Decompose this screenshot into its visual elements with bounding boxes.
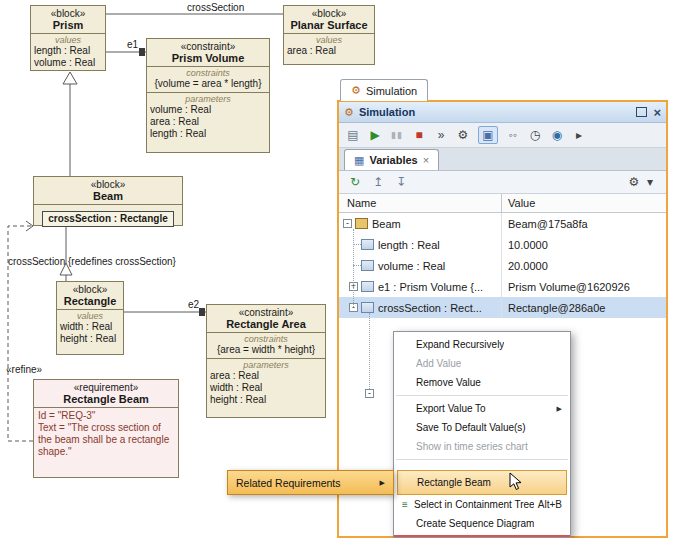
variables-toolbar: ↻ ↥ ↧ ⚙ ▾: [339, 171, 666, 194]
tree-connector-line: [353, 229, 354, 307]
rectangle-area-stereotype: «constraint»: [209, 307, 323, 318]
menu-shortcut: Alt+B: [534, 499, 562, 510]
simulation-titlebar: ⚙ Simulation ×: [339, 102, 666, 123]
table-row-e1[interactable]: + e1 : Prism Volume {... Prism Volume@16…: [339, 276, 666, 297]
menu-separator: [396, 459, 568, 460]
console-icon[interactable]: ▤: [346, 127, 360, 143]
prism-attr-volume: volume : Real: [31, 57, 105, 69]
tab-variables[interactable]: ▦ Variables ×: [344, 149, 439, 170]
web-server-icon[interactable]: ◉: [550, 127, 564, 143]
planar-name: Planar Surface: [286, 19, 372, 32]
tree-connector-line: [369, 313, 370, 393]
simulation-toolbar: ▤ ▶ ▮▮ ■ » ⚙ ▣ ◦◦ ◷ ◉ ▸: [339, 123, 666, 148]
block-planar-surface[interactable]: «block» Planar Surface values area : Rea…: [283, 5, 375, 65]
submenu-arrow-icon: ▶: [380, 479, 385, 487]
block-rectangle[interactable]: «block» Rectangle values width : Real he…: [56, 281, 124, 355]
tree-connector-stub: [353, 244, 361, 245]
block-beam[interactable]: «block» Beam crossSection : Rectangle: [33, 176, 183, 226]
planar-values-label: values: [284, 35, 374, 45]
planar-stereotype: «block»: [286, 8, 372, 19]
block-prism[interactable]: «block» Prism values length : Real volum…: [30, 5, 106, 71]
column-header-value[interactable]: Value: [502, 194, 666, 212]
close-window-button[interactable]: ×: [653, 106, 661, 119]
table-row-volume[interactable]: volume : Real 20.0000: [339, 255, 666, 276]
toolbar-overflow-chevron[interactable]: »: [434, 127, 448, 143]
mouse-cursor: [509, 472, 523, 492]
containment-tree-icon: ≡: [399, 499, 411, 510]
redefines-label: crossSection {redefines crossSection}: [8, 256, 176, 267]
rectangle-area-param-height: height : Real: [207, 394, 325, 406]
export-icon[interactable]: ↥: [371, 174, 385, 190]
prism-attr-length: length : Real: [31, 45, 105, 57]
requirement-stereotype: «requirement»: [36, 382, 176, 393]
prism-volume-expression: {volume = area * length}: [147, 78, 269, 90]
animation-toggle-icon[interactable]: ▣: [478, 126, 498, 144]
association-label-crosssection: crossSection: [187, 2, 244, 13]
table-row-length[interactable]: length : Real 10.0000: [339, 234, 666, 255]
requirement-rectangle-beam[interactable]: «requirement» Rectangle Beam Id = "REQ-3…: [33, 379, 179, 478]
settings-gear-icon[interactable]: ⚙: [456, 127, 470, 143]
menu-item-rectangle-beam[interactable]: Rectangle Beam: [397, 470, 567, 495]
submenu-arrow-icon: ▶: [557, 405, 562, 413]
menu-item-expand-recursively[interactable]: Expand Recursively: [394, 335, 570, 354]
menu-item-related-requirements[interactable]: Related Requirements ▶: [227, 470, 394, 495]
menu-item-add-value: Add Value: [394, 354, 570, 373]
variables-tab-icon: ▦: [354, 154, 364, 167]
constraint-prism-volume[interactable]: «constraint» Prism Volume constraints {v…: [146, 38, 270, 153]
beam-crosssection-property[interactable]: crossSection : Rectangle: [42, 211, 173, 227]
rectangle-area-expression: {area = width * height}: [207, 344, 325, 356]
options-caret-icon[interactable]: ▾: [643, 174, 657, 190]
menu-item-remove-value[interactable]: Remove Value: [394, 373, 570, 392]
rectangle-area-name: Rectangle Area: [209, 318, 323, 331]
nested-expander-icon[interactable]: -: [365, 389, 374, 398]
constraint-rectangle-area[interactable]: «constraint» Rectangle Area constraints …: [206, 304, 326, 418]
table-row-crosssection-selected[interactable]: - crossSection : Rect... Rectangle@286a0…: [339, 297, 666, 318]
panel-tab-strip: ▦ Variables ×: [339, 148, 666, 171]
menu-item-export-value-to[interactable]: Export Value To▶: [394, 399, 570, 418]
prism-volume-stereotype: «constraint»: [149, 41, 267, 52]
tree-connector-stub: [353, 265, 361, 266]
application-canvas: crossSection e1 e2 crossSection {redefin…: [0, 0, 678, 538]
table-row-beam[interactable]: - Beam Beam@175a8fa: [339, 213, 666, 234]
breakpoint-dots-icon[interactable]: ◦◦: [506, 127, 520, 143]
prism-volume-param-area: area : Real: [147, 116, 269, 128]
rectangle-attr-width: width : Real: [57, 321, 123, 333]
value-property-icon: [361, 302, 374, 313]
binding-label-e1: e1: [127, 39, 138, 50]
requirement-name: Rectangle Beam: [36, 393, 176, 406]
pause-button[interactable]: ▮▮: [390, 127, 404, 143]
terminate-button[interactable]: ■: [412, 127, 426, 143]
column-header-name[interactable]: Name: [339, 194, 502, 212]
simulation-window-icon: ⚙: [344, 106, 354, 119]
requirement-text-line: Text = "The cross section of the beam sh…: [38, 422, 174, 458]
float-window-button[interactable]: [636, 107, 647, 117]
simulation-window-title: Simulation: [359, 106, 415, 118]
rectangle-area-param-width: width : Real: [207, 382, 325, 394]
context-menu: Expand Recursively Add Value Remove Valu…: [393, 331, 571, 538]
variables-tab-label: Variables: [369, 154, 417, 166]
menu-item-select-in-containment-tree[interactable]: ≡Select in Containment TreeAlt+B: [394, 495, 570, 514]
menu-separator: [396, 395, 568, 396]
menu-item-create-sequence-diagram[interactable]: Create Sequence Diagram: [394, 514, 570, 533]
rectangle-name: Rectangle: [59, 295, 121, 308]
refine-stereotype-label: «refine»: [6, 364, 42, 375]
block-instance-icon: [355, 218, 368, 229]
clock-icon[interactable]: ◷: [528, 127, 542, 143]
prism-volume-name: Prism Volume: [149, 52, 267, 65]
rectangle-area-parameters-label: parameters: [207, 360, 325, 370]
menu-item-save-to-default-values[interactable]: Save To Default Value(s): [394, 418, 570, 437]
menu-bottom-red-line: [394, 535, 570, 537]
save-values-icon[interactable]: ↧: [394, 174, 408, 190]
tab-simulation[interactable]: ⚙ Simulation: [340, 79, 428, 101]
prism-name: Prism: [33, 19, 103, 32]
rectangle-area-param-area: area : Real: [207, 370, 325, 382]
prism-volume-constraints-label: constraints: [147, 68, 269, 78]
toolbar-expand-icon[interactable]: ▸: [572, 127, 586, 143]
planar-attr-area: area : Real: [284, 45, 374, 57]
options-gear-icon[interactable]: ⚙: [627, 174, 641, 190]
refresh-icon[interactable]: ↻: [348, 174, 362, 190]
prism-stereotype: «block»: [33, 8, 103, 19]
close-variables-tab[interactable]: ×: [423, 154, 429, 166]
run-button[interactable]: ▶: [368, 127, 382, 143]
expander-icon[interactable]: -: [343, 219, 352, 228]
